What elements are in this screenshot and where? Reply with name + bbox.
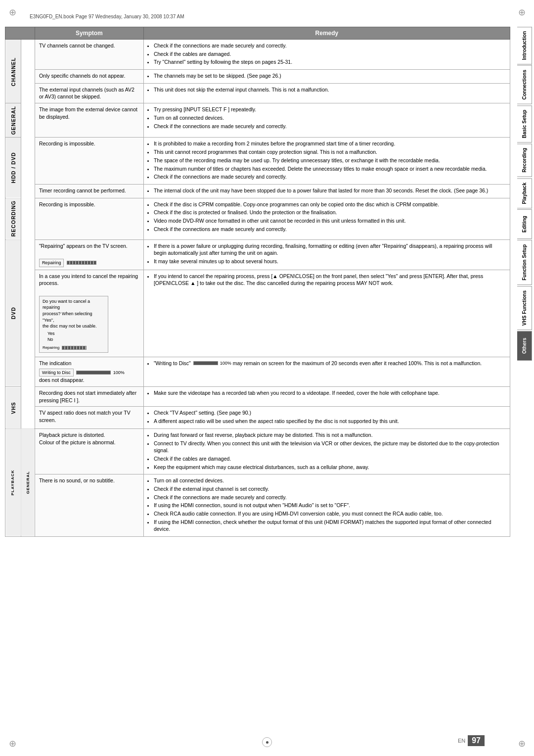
symptom-cell: Timer recording cannot be performed. xyxy=(35,184,143,198)
remedy-cell: Try pressing [INPUT SELECT F ] repeatedl… xyxy=(143,103,510,138)
does-not-disappear-text: does not disappear. xyxy=(39,377,85,383)
progress-bar-full xyxy=(76,371,111,375)
header-section-label xyxy=(5,27,35,40)
symptom-cell: "Repairing" appears on the TV screen. Re… xyxy=(35,239,143,270)
corner-mark-tl: ⊕ xyxy=(5,5,20,20)
remedy-cell: The channels may be set to be skipped. (… xyxy=(143,70,510,84)
table-row: The external input channels (such as AV2… xyxy=(5,83,510,103)
remedy-cell: It is prohibited to make a recording fro… xyxy=(143,138,510,184)
table-header-row: Symptom Remedy xyxy=(5,27,510,40)
remedy-progress-bar xyxy=(193,361,218,365)
center-content: Symptom Remedy CHANNEL TV channels canno… xyxy=(0,27,515,537)
table-row: DVD "Repairing" appears on the TV screen… xyxy=(5,239,510,270)
section-label-hdd-dvd: HDD / DVD xyxy=(5,138,21,198)
table-row: Timer recording cannot be performed. The… xyxy=(5,184,510,198)
symptom-cell: TV channels cannot be changed. xyxy=(35,40,143,70)
remedy-header: Remedy xyxy=(143,27,510,40)
remedy-cell: During fast forward or fast reverse, pla… xyxy=(143,428,510,474)
symptom-cell: Only specific channels do not appear. xyxy=(35,70,143,84)
writing-to-disc-box: Writing to Disc xyxy=(39,369,74,377)
screen-progress-bar xyxy=(62,346,87,350)
indication-text: The indication xyxy=(39,360,71,366)
footer-circle xyxy=(262,737,272,747)
progress-percent: 100% xyxy=(113,370,125,376)
sidebar-tab-editing[interactable]: Editing xyxy=(517,209,532,239)
remedy-cell: The internal clock of the unit may have … xyxy=(143,184,510,198)
remedy-cell: Check if the connections are made secure… xyxy=(143,40,510,70)
sidebar-tab-function-setup[interactable]: Function Setup xyxy=(517,240,532,285)
corner-mark-br: ⊕ xyxy=(514,736,529,751)
remedy-cell: This unit does not skip the external inp… xyxy=(143,83,510,103)
table-row: The indication Writing to Disc 100% does… xyxy=(5,357,510,387)
sidebar-tab-introduction[interactable]: Introduction xyxy=(517,27,532,64)
remedy-cell: Make sure the videotape has a recorded t… xyxy=(143,387,510,407)
table-row: CHANNEL TV channels cannot be changed. C… xyxy=(5,40,510,70)
table-row: PLAYBACK GENERAL Playback picture is dis… xyxy=(5,428,510,474)
symptom-cell: There is no sound, or no subtitle. xyxy=(35,474,143,537)
sidebar-tab-others[interactable]: Others xyxy=(517,331,532,361)
symptom-cell: The image from the external device canno… xyxy=(35,103,143,138)
right-sidebar: Introduction Connections Basic Setup Rec… xyxy=(515,27,534,537)
sidebar-tab-connections[interactable]: Connections xyxy=(517,65,532,104)
table-row: RECORDING Recording is impossible. Check… xyxy=(5,198,510,239)
remedy-cell: Check if the disc is CPRM compatible. Co… xyxy=(143,198,510,239)
remedy-cell: "Writing to Disc" 100% may remain on scr… xyxy=(143,357,510,387)
symptom-cell: Recording does not start immediately aft… xyxy=(35,387,143,407)
table-row: TV aspect ratio does not match your TV s… xyxy=(5,407,510,428)
section-label-playback: PLAYBACK xyxy=(5,428,21,536)
sidebar-tab-recording[interactable]: Recording xyxy=(517,143,532,177)
progress-bar xyxy=(67,261,96,265)
screen-mockup: Do you want to cancel a repairing proces… xyxy=(39,296,108,353)
corner-mark-bl: ⊕ xyxy=(5,736,20,751)
remedy-cell: Check "TV Aspect" setting. (See page 90.… xyxy=(143,407,510,428)
table-row: There is no sound, or no subtitle. Turn … xyxy=(5,474,510,537)
section-label-vhs: VHS xyxy=(5,387,21,429)
header-text: E3NG0FD_EN.book Page 97 Wednesday, Janua… xyxy=(30,14,184,19)
section-label-recording: RECORDING xyxy=(5,198,21,239)
dot-circle xyxy=(262,737,272,747)
symptom-cell: Recording is impossible. xyxy=(35,138,143,184)
main-table: Symptom Remedy CHANNEL TV channels canno… xyxy=(5,27,510,537)
symptom-header: Symptom xyxy=(35,27,143,40)
symptom-cell: Playback picture is distorted.Colour of … xyxy=(35,428,143,474)
writing-to-disc-remedy-label: "Writing to Disc" xyxy=(154,360,192,366)
section-label-channel: CHANNEL xyxy=(5,40,21,103)
page-footer: EN 97 xyxy=(458,735,485,746)
corner-mark-tr: ⊕ xyxy=(514,5,529,20)
remedy-cell: If there is a power failure or unpluggin… xyxy=(143,239,510,270)
repairing-label-box: Repairing xyxy=(39,259,64,267)
symptom-cell: TV aspect ratio does not match your TV s… xyxy=(35,407,143,428)
remedy-cell: Turn on all connected devices. Check if … xyxy=(143,474,510,537)
remedy-percent: 100% xyxy=(220,360,231,367)
table-row: In a case you intend to cancel the repai… xyxy=(5,270,510,357)
symptom-cell: The external input channels (such as AV2… xyxy=(35,83,143,103)
symptom-cell-writing: The indication Writing to Disc 100% does… xyxy=(35,357,143,387)
page-header: E3NG0FD_EN.book Page 97 Wednesday, Janua… xyxy=(0,10,534,22)
page-container: ⊕ ⊕ ⊕ ⊕ E3NG0FD_EN.book Page 97 Wednesda… xyxy=(0,0,534,756)
page-number: 97 xyxy=(468,735,485,746)
table-row: Only specific channels do not appear. Th… xyxy=(5,70,510,84)
dot-center xyxy=(266,741,268,744)
sidebar-tab-playback[interactable]: Playback xyxy=(517,178,532,208)
page-en-label: EN xyxy=(458,738,465,744)
symptom-cell: Recording is impossible. xyxy=(35,198,143,239)
sidebar-tab-vhs-functions[interactable]: VHS Functions xyxy=(517,286,532,330)
main-layout: Symptom Remedy CHANNEL TV channels canno… xyxy=(0,22,534,542)
section-label-general: GENERAL xyxy=(5,103,21,138)
table-row: GENERAL The image from the external devi… xyxy=(5,103,510,138)
section-label-general2: GENERAL xyxy=(21,428,35,536)
section-label-dvd: DVD xyxy=(5,239,21,386)
symptom-cell: In a case you intend to cancel the repai… xyxy=(35,270,143,357)
table-row: VHS Recording does not start immediately… xyxy=(5,387,510,407)
remedy-cell: If you intend to cancel the repairing pr… xyxy=(143,270,510,357)
sidebar-tab-basic-setup[interactable]: Basic Setup xyxy=(517,105,532,142)
table-row: HDD / DVD Recording is impossible. It is… xyxy=(5,138,510,184)
